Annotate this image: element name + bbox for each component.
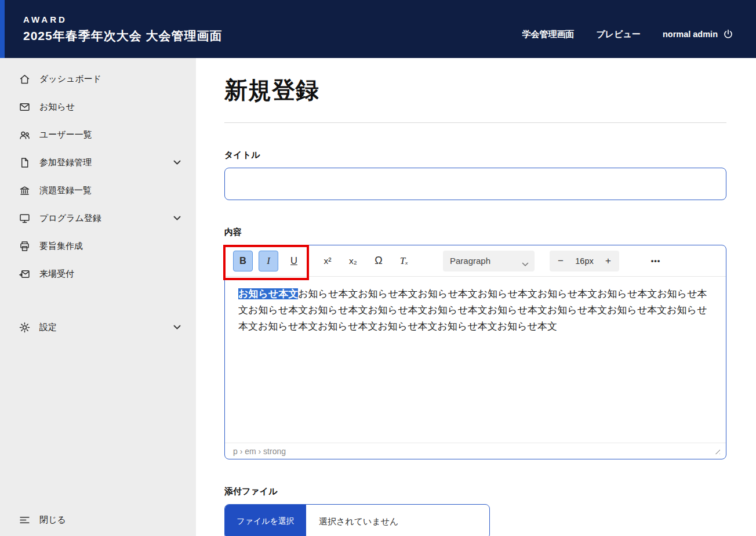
sidebar: ダッシュボード お知らせ ユーザー一覧 参加登録管理: [0, 58, 196, 536]
main-content: 新規登録 タイトル 内容 B I U x² x₂ Ω Tₓ: [196, 58, 756, 536]
app-root: AWARD 2025年春季年次大会 大会管理画面 学会管理画面 プレビュー no…: [0, 0, 756, 536]
remove-format-button[interactable]: Tₓ: [394, 251, 414, 271]
header-nav: 学会管理画面 プレビュー normal admin: [522, 28, 734, 40]
nav-society-admin[interactable]: 学会管理画面: [522, 29, 575, 40]
inline-style-group: B I U: [233, 251, 304, 271]
page-title: 新規登録: [224, 74, 726, 106]
sidebar-item-label: 来場受付: [39, 269, 74, 280]
sidebar-item-news[interactable]: お知らせ: [0, 93, 196, 121]
app-title: 2025年春季年次大会 大会管理画面: [23, 28, 223, 44]
editor-footer: p › em › strong: [225, 443, 726, 459]
menu-fold-icon: [19, 514, 31, 526]
sidebar-item-proceedings[interactable]: 要旨集作成: [0, 232, 196, 260]
content-label: 内容: [224, 227, 726, 238]
sidebar-item-registration[interactable]: 参加登録管理: [0, 149, 196, 176]
user-chip: normal admin: [663, 28, 734, 40]
font-size-control: − 16px +: [550, 251, 619, 271]
italic-button[interactable]: I: [259, 251, 278, 271]
header-brand: AWARD 2025年春季年次大会 大会管理画面: [23, 15, 223, 44]
users-icon: [19, 129, 31, 141]
editor-body[interactable]: お知らせ本文お知らせ本文お知らせ本文お知らせ本文お知らせ本文お知らせ本文お知らせ…: [225, 277, 726, 443]
file-icon: [19, 157, 31, 169]
sidebar-item-label: プログラム登録: [39, 213, 101, 224]
sidebar-item-label: ダッシュボード: [39, 74, 101, 85]
title-label: タイトル: [224, 150, 726, 161]
attachment-label: 添付ファイル: [224, 486, 726, 497]
printer-icon: [19, 240, 31, 252]
chevron-down-icon: [173, 160, 181, 165]
sidebar-item-reception[interactable]: 来場受付: [0, 260, 196, 288]
nav-preview[interactable]: プレビュー: [597, 29, 641, 40]
sidebar-item-label: 参加登録管理: [39, 157, 92, 168]
font-size-value: 16px: [569, 256, 599, 266]
reception-icon: [19, 268, 31, 280]
file-select-button[interactable]: ファイルを選択: [225, 505, 306, 536]
chevron-down-icon: [173, 325, 181, 330]
file-status-text: 選択されていません: [306, 505, 398, 536]
more-options-button[interactable]: •••: [646, 251, 666, 271]
paragraph-dropdown[interactable]: Paragraph: [443, 251, 535, 271]
special-characters-button[interactable]: Ω: [369, 251, 388, 271]
bold-button[interactable]: B: [233, 251, 253, 271]
selected-text: お知らせ本文: [238, 288, 298, 299]
sidebar-item-label: お知らせ: [39, 102, 75, 113]
logout-power-icon[interactable]: [722, 28, 734, 40]
sidebar-item-label: 設定: [39, 322, 57, 333]
sidebar-item-dashboard[interactable]: ダッシュボード: [0, 65, 196, 93]
layout: ダッシュボード お知らせ ユーザー一覧 参加登録管理: [0, 58, 756, 536]
bank-icon: [19, 184, 31, 197]
app-header: AWARD 2025年春季年次大会 大会管理画面 学会管理画面 プレビュー no…: [0, 0, 756, 58]
sidebar-item-abstracts[interactable]: 演題登録一覧: [0, 176, 196, 204]
sidebar-item-label: 閉じる: [39, 515, 66, 526]
sidebar-item-label: 要旨集作成: [39, 241, 83, 252]
sidebar-item-label: ユーザー一覧: [39, 129, 92, 140]
sidebar-spacer: [0, 341, 196, 506]
sidebar-item-settings[interactable]: 設定: [0, 313, 196, 341]
underline-button[interactable]: U: [284, 251, 304, 271]
chevron-down-icon: [522, 259, 529, 263]
sidebar-item-label: 演題登録一覧: [39, 185, 92, 196]
award-logo: AWARD: [23, 15, 223, 24]
increase-font-button[interactable]: +: [599, 252, 617, 270]
paragraph-dropdown-value: Paragraph: [450, 256, 490, 266]
user-name: normal admin: [663, 30, 718, 39]
home-icon: [19, 73, 31, 85]
editor-toolbar: B I U x² x₂ Ω Tₓ Paragraph: [225, 245, 726, 277]
mail-icon: [19, 101, 31, 113]
title-input[interactable]: [224, 168, 726, 200]
chevron-down-icon: [173, 216, 181, 221]
rich-text-editor: B I U x² x₂ Ω Tₓ Paragraph: [224, 245, 726, 459]
monitor-icon: [19, 212, 31, 224]
gear-icon: [19, 321, 31, 334]
superscript-button[interactable]: x²: [318, 251, 337, 271]
decrease-font-button[interactable]: −: [552, 252, 569, 270]
sidebar-item-users[interactable]: ユーザー一覧: [0, 121, 196, 149]
subscript-button[interactable]: x₂: [343, 251, 363, 271]
file-input[interactable]: ファイルを選択 選択されていません: [224, 504, 490, 536]
title-divider: [224, 122, 726, 123]
sidebar-collapse-button[interactable]: 閉じる: [0, 506, 196, 534]
body-text: お知らせ本文お知らせ本文お知らせ本文お知らせ本文お知らせ本文お知らせ本文お知らせ…: [238, 288, 707, 332]
header-accent-bar: [0, 0, 5, 58]
element-path-breadcrumb: p › em › strong: [233, 447, 286, 456]
sidebar-item-program[interactable]: プログラム登録: [0, 204, 196, 232]
resize-handle-icon[interactable]: [714, 448, 720, 454]
